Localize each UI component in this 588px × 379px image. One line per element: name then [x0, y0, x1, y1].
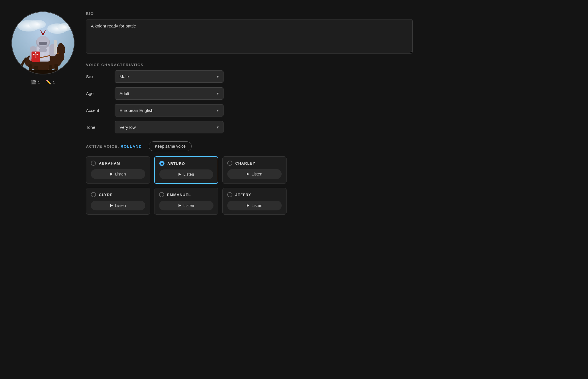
play-icon-clyde — [110, 204, 113, 207]
svg-rect-20 — [54, 40, 57, 54]
accent-field-row: Accent European English American English… — [86, 104, 413, 117]
svg-rect-27 — [11, 70, 75, 74]
tone-field-row: Tone Very low Low Medium High Very high … — [86, 121, 413, 133]
tone-select-wrapper: Very low Low Medium High Very high ▼ — [115, 121, 224, 133]
item-icon: ✏️ — [46, 80, 51, 85]
voice-card-jeffry[interactable]: JEFFRY Listen — [222, 188, 287, 215]
voice-card-abraham[interactable]: ABRAHAM Listen — [86, 156, 150, 184]
radio-arturo — [159, 161, 164, 166]
tone-select[interactable]: Very low Low Medium High Very high — [115, 121, 224, 133]
radio-emmanuel — [159, 192, 164, 197]
sex-field-row: Sex Male Female ▼ — [86, 70, 413, 83]
listen-button-clyde[interactable]: Listen — [91, 201, 145, 210]
voice-card-clyde[interactable]: CLYDE Listen — [86, 188, 150, 215]
scene-icon: 🎬 — [31, 80, 36, 85]
voice-card-header-clyde: CLYDE — [91, 192, 145, 197]
svg-rect-10 — [54, 64, 58, 74]
listen-button-emmanuel[interactable]: Listen — [159, 201, 213, 210]
play-icon-emmanuel — [179, 204, 181, 207]
scene-stat: 🎬 1 — [31, 80, 40, 85]
svg-rect-7 — [29, 64, 32, 74]
active-voice-name: ROLLAND — [121, 144, 142, 149]
voice-card-header-abraham: ABRAHAM — [91, 161, 145, 166]
svg-point-3 — [29, 20, 46, 29]
right-panel: BIO A knight ready for battle VOICE CHAR… — [86, 9, 413, 215]
listen-button-jeffry[interactable]: Listen — [227, 201, 282, 210]
radio-jeffry — [227, 192, 232, 197]
voice-card-header-arturo: ARTURO — [159, 161, 213, 166]
voice-card-header-jeffry: JEFFRY — [227, 192, 282, 197]
active-voice-header: ACTIVE VOICE: ROLLAND Keep same voice — [86, 141, 413, 151]
play-icon-charley — [247, 173, 249, 175]
main-layout: 🎬 1 ✏️ 1 BIO A knight ready for battle V… — [11, 9, 413, 215]
sex-select-wrapper: Male Female ▼ — [115, 70, 224, 83]
voice-name-emmanuel: EMMANUEL — [167, 193, 191, 197]
active-voice-section: ACTIVE VOICE: ROLLAND Keep same voice AB… — [86, 141, 413, 215]
sex-label: Sex — [86, 74, 109, 79]
voice-name-abraham: ABRAHAM — [99, 161, 120, 165]
listen-button-arturo[interactable]: Listen — [159, 169, 213, 179]
avatar-stats: 🎬 1 ✏️ 1 — [31, 80, 55, 85]
voice-characteristics-section: VOICE CHARACTERISTICS Sex Male Female ▼ … — [86, 63, 413, 133]
voice-card-header-charley: CHARLEY — [227, 161, 282, 166]
voice-card-charley[interactable]: CHARLEY Listen — [222, 156, 287, 184]
accent-select[interactable]: European English American English Britis… — [115, 104, 224, 117]
voice-name-arturo: ARTURO — [167, 161, 185, 166]
voice-name-clyde: CLYDE — [99, 193, 113, 197]
voice-characteristics-label: VOICE CHARACTERISTICS — [86, 63, 413, 67]
avatar — [11, 11, 75, 74]
voice-card-arturo[interactable]: ARTURO Listen — [154, 156, 218, 184]
age-select[interactable]: Adult Young Old — [115, 87, 224, 100]
radio-charley — [227, 161, 232, 166]
accent-label: Accent — [86, 108, 109, 113]
active-voice-label: ACTIVE VOICE: — [86, 144, 119, 149]
bio-section-label: BIO — [86, 11, 413, 16]
play-icon-arturo — [179, 173, 181, 176]
listen-button-charley[interactable]: Listen — [227, 169, 282, 179]
item-stat: ✏️ 1 — [46, 80, 55, 85]
svg-rect-23 — [39, 42, 47, 45]
voice-name-jeffry: JEFFRY — [235, 193, 251, 197]
active-voice-header-text: ACTIVE VOICE: ROLLAND — [86, 144, 142, 149]
play-icon-jeffry — [247, 204, 249, 207]
bio-textarea[interactable]: A knight ready for battle — [86, 19, 413, 54]
radio-abraham — [91, 161, 96, 166]
listen-button-abraham[interactable]: Listen — [91, 169, 145, 179]
sex-select[interactable]: Male Female — [115, 70, 224, 83]
play-icon-abraham — [110, 173, 113, 175]
age-field-row: Age Adult Young Old ▼ — [86, 87, 413, 100]
voice-name-charley: CHARLEY — [235, 161, 255, 165]
scene-count: 1 — [38, 80, 40, 85]
radio-clyde — [91, 192, 96, 197]
voice-grid: ABRAHAM Listen ARTURO Listen — [86, 156, 287, 215]
age-select-wrapper: Adult Young Old ▼ — [115, 87, 224, 100]
accent-select-wrapper: European English American English Britis… — [115, 104, 224, 117]
item-count: 1 — [53, 80, 55, 85]
svg-point-5 — [57, 23, 72, 31]
age-label: Age — [86, 91, 109, 96]
left-panel: 🎬 1 ✏️ 1 — [11, 9, 75, 215]
voice-card-header-emmanuel: EMMANUEL — [159, 192, 213, 197]
voice-card-emmanuel[interactable]: EMMANUEL Listen — [154, 188, 218, 215]
keep-same-voice-button[interactable]: Keep same voice — [149, 141, 191, 151]
tone-label: Tone — [86, 125, 109, 130]
svg-point-22 — [37, 36, 49, 46]
